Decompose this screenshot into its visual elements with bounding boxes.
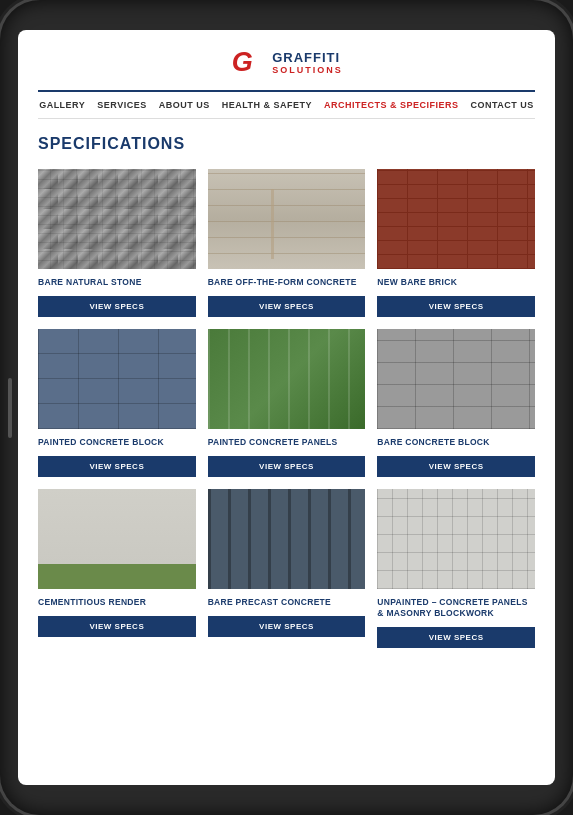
- spec-name-7: CEMENTITIOUS RENDER: [38, 597, 196, 608]
- spec-name-1: BARE NATURAL STONE: [38, 277, 196, 288]
- spec-name-6: BARE CONCRETE BLOCK: [377, 437, 535, 448]
- spec-card-6: BARE CONCRETE BLOCK VIEW SPECS: [377, 329, 535, 477]
- view-specs-btn-6[interactable]: VIEW SPECS: [377, 456, 535, 477]
- spec-card-8: BARE PRECAST CONCRETE VIEW SPECS: [208, 489, 366, 648]
- logo-text: GRAFFITI SOLUTIONS: [272, 50, 343, 75]
- spec-name-3: NEW BARE BRICK: [377, 277, 535, 288]
- spec-image-3: [377, 169, 535, 269]
- spec-name-8: BARE PRECAST CONCRETE: [208, 597, 366, 608]
- logo-graffiti: GRAFFITI: [272, 50, 343, 65]
- spec-image-6: [377, 329, 535, 429]
- view-specs-btn-5[interactable]: VIEW SPECS: [208, 456, 366, 477]
- spec-card-5: PAINTED CONCRETE PANELS VIEW SPECS: [208, 329, 366, 477]
- spec-name-9: UNPAINTED – CONCRETE PANELS & MASONRY BL…: [377, 597, 535, 619]
- view-specs-btn-4[interactable]: VIEW SPECS: [38, 456, 196, 477]
- nav-contact[interactable]: CONTACT US: [471, 98, 534, 112]
- spec-image-7: [38, 489, 196, 589]
- screen: G GRAFFITI SOLUTIONS GALLERY SERVICES AB…: [18, 30, 555, 785]
- spec-card-2: BARE OFF-THE-FORM CONCRETE VIEW SPECS: [208, 169, 366, 317]
- logo-container: G GRAFFITI SOLUTIONS: [38, 44, 535, 80]
- svg-text:G: G: [232, 47, 253, 77]
- specs-grid: BARE NATURAL STONE VIEW SPECS BARE OFF-T…: [38, 169, 535, 648]
- tablet-frame: G GRAFFITI SOLUTIONS GALLERY SERVICES AB…: [0, 0, 573, 815]
- logo-solutions: SOLUTIONS: [272, 65, 343, 75]
- spec-card-4: PAINTED CONCRETE BLOCK VIEW SPECS: [38, 329, 196, 477]
- spec-image-9: [377, 489, 535, 589]
- site-header: G GRAFFITI SOLUTIONS GALLERY SERVICES AB…: [18, 30, 555, 119]
- nav-gallery[interactable]: GALLERY: [39, 98, 85, 112]
- spec-image-8: [208, 489, 366, 589]
- nav-architects[interactable]: ARCHITECTS & SPECIFIERS: [324, 98, 459, 112]
- spec-card-3: NEW BARE BRICK VIEW SPECS: [377, 169, 535, 317]
- spec-card-7: CEMENTITIOUS RENDER VIEW SPECS: [38, 489, 196, 648]
- view-specs-btn-7[interactable]: VIEW SPECS: [38, 616, 196, 637]
- spec-name-4: PAINTED CONCRETE BLOCK: [38, 437, 196, 448]
- spec-image-4: [38, 329, 196, 429]
- spec-image-2: [208, 169, 366, 269]
- view-specs-btn-1[interactable]: VIEW SPECS: [38, 296, 196, 317]
- spec-name-5: PAINTED CONCRETE PANELS: [208, 437, 366, 448]
- nav-health[interactable]: HEALTH & SAFETY: [222, 98, 312, 112]
- view-specs-btn-8[interactable]: VIEW SPECS: [208, 616, 366, 637]
- main-content: SPECIFICATIONS BARE NATURAL STONE VIEW S…: [18, 119, 555, 664]
- spec-image-5: [208, 329, 366, 429]
- main-nav: GALLERY SERVICES ABOUT US HEALTH & SAFET…: [38, 90, 535, 119]
- nav-services[interactable]: SERVICES: [97, 98, 146, 112]
- spec-image-1: [38, 169, 196, 269]
- spec-card-9: UNPAINTED – CONCRETE PANELS & MASONRY BL…: [377, 489, 535, 648]
- view-specs-btn-9[interactable]: VIEW SPECS: [377, 627, 535, 648]
- view-specs-btn-3[interactable]: VIEW SPECS: [377, 296, 535, 317]
- logo-icon: G: [230, 44, 266, 80]
- spec-name-2: BARE OFF-THE-FORM CONCRETE: [208, 277, 366, 288]
- view-specs-btn-2[interactable]: VIEW SPECS: [208, 296, 366, 317]
- spec-card-1: BARE NATURAL STONE VIEW SPECS: [38, 169, 196, 317]
- page-title: SPECIFICATIONS: [38, 135, 535, 153]
- nav-about[interactable]: ABOUT US: [159, 98, 210, 112]
